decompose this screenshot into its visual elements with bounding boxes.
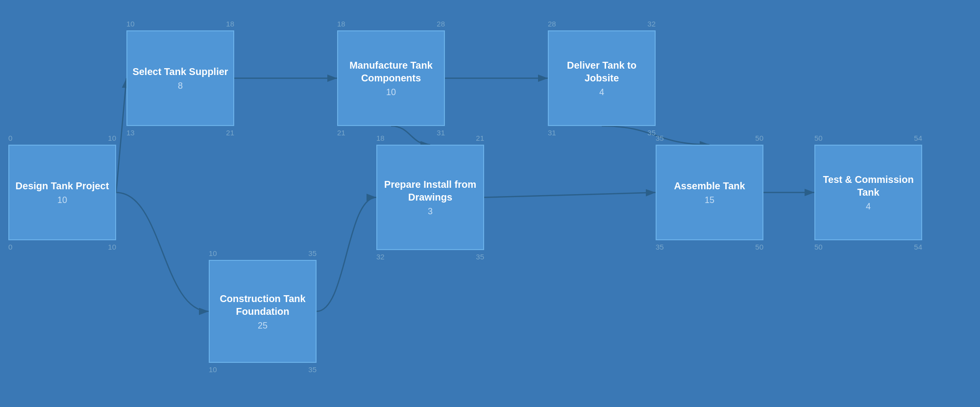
corner-corner-br-prepare-install: 35 [476, 253, 484, 261]
node-construction-foundation[interactable]: Construction Tank Foundation25 [209, 260, 317, 363]
node-wrapper-select-supplier: 10181321Select Tank Supplier8 [126, 30, 234, 126]
corner-corner-tr-design-tank: 10 [108, 134, 116, 142]
arrow-prepare-install-to-assemble-tank [484, 193, 656, 198]
node-duration-manufacture: 10 [386, 87, 396, 98]
node-test-commission[interactable]: Test & Commission Tank4 [814, 145, 922, 240]
corner-corner-bl-construction-foundation: 10 [209, 365, 217, 374]
arrow-design-tank-to-construction-foundation [116, 193, 209, 312]
corner-corner-bl-manufacture: 21 [337, 128, 345, 137]
corner-corner-br-test-commission: 54 [914, 243, 922, 251]
node-deliver[interactable]: Deliver Tank to Jobsite4 [548, 30, 656, 126]
node-duration-design-tank: 10 [57, 195, 67, 205]
corner-corner-tr-deliver: 32 [647, 20, 656, 28]
corner-corner-bl-test-commission: 50 [814, 243, 823, 251]
corner-corner-bl-assemble-tank: 35 [656, 243, 664, 251]
corner-corner-tr-assemble-tank: 50 [755, 134, 763, 142]
node-manufacture[interactable]: Manufacture Tank Components10 [337, 30, 445, 126]
corner-corner-bl-select-supplier: 13 [126, 128, 135, 137]
node-wrapper-design-tank: 010010Design Tank Project10 [8, 145, 116, 240]
node-title-manufacture: Manufacture Tank Components [343, 59, 439, 84]
corner-corner-tl-prepare-install: 18 [376, 134, 385, 142]
node-wrapper-prepare-install: 18213235Prepare Install from Drawings3 [376, 145, 484, 250]
node-select-supplier[interactable]: Select Tank Supplier8 [126, 30, 234, 126]
arrow-construction-foundation-to-prepare-install [317, 198, 376, 312]
corner-corner-br-assemble-tank: 50 [755, 243, 763, 251]
node-duration-select-supplier: 8 [178, 81, 183, 91]
diagram-container: 010010Design Tank Project1010181321Selec… [0, 0, 980, 407]
corner-corner-br-design-tank: 10 [108, 243, 116, 251]
node-title-deliver: Deliver Tank to Jobsite [554, 59, 650, 84]
corner-corner-br-manufacture: 31 [437, 128, 445, 137]
corner-corner-tl-design-tank: 0 [8, 134, 12, 142]
node-wrapper-construction-foundation: 10351035Construction Tank Foundation25 [209, 260, 317, 363]
node-wrapper-deliver: 28323135Deliver Tank to Jobsite4 [548, 30, 656, 126]
corner-corner-tl-construction-foundation: 10 [209, 249, 217, 257]
node-duration-deliver: 4 [599, 87, 604, 98]
corner-corner-br-construction-foundation: 35 [308, 365, 317, 374]
corner-corner-tr-test-commission: 54 [914, 134, 922, 142]
corner-corner-tl-select-supplier: 10 [126, 20, 135, 28]
node-title-design-tank: Design Tank Project [16, 179, 109, 192]
corner-corner-tr-construction-foundation: 35 [308, 249, 317, 257]
corner-corner-tl-test-commission: 50 [814, 134, 823, 142]
node-title-test-commission: Test & Commission Tank [820, 173, 916, 199]
corner-corner-tr-prepare-install: 21 [476, 134, 484, 142]
corner-corner-tl-deliver: 28 [548, 20, 556, 28]
node-assemble-tank[interactable]: Assemble Tank15 [656, 145, 763, 240]
node-duration-prepare-install: 3 [428, 206, 433, 217]
node-prepare-install[interactable]: Prepare Install from Drawings3 [376, 145, 484, 250]
node-title-select-supplier: Select Tank Supplier [132, 65, 228, 78]
node-duration-test-commission: 4 [866, 202, 871, 212]
corner-corner-tr-select-supplier: 18 [226, 20, 234, 28]
node-duration-assemble-tank: 15 [705, 195, 714, 205]
corner-corner-tl-assemble-tank: 35 [656, 134, 664, 142]
node-wrapper-manufacture: 18282131Manufacture Tank Components10 [337, 30, 445, 126]
node-wrapper-assemble-tank: 35503550Assemble Tank15 [656, 145, 763, 240]
corner-corner-bl-deliver: 31 [548, 128, 556, 137]
corner-corner-tl-manufacture: 18 [337, 20, 345, 28]
corner-corner-bl-prepare-install: 32 [376, 253, 385, 261]
corner-corner-br-deliver: 35 [647, 128, 656, 137]
node-duration-construction-foundation: 25 [258, 321, 268, 331]
arrow-design-tank-to-select-supplier [116, 78, 126, 193]
corner-corner-br-select-supplier: 21 [226, 128, 234, 137]
arrow-manufacture-to-prepare-install [391, 126, 430, 145]
node-title-assemble-tank: Assemble Tank [674, 179, 745, 192]
corner-corner-tr-manufacture: 28 [437, 20, 445, 28]
node-design-tank[interactable]: Design Tank Project10 [8, 145, 116, 240]
node-wrapper-test-commission: 50545054Test & Commission Tank4 [814, 145, 922, 240]
corner-corner-bl-design-tank: 0 [8, 243, 12, 251]
node-title-construction-foundation: Construction Tank Foundation [215, 292, 311, 318]
node-title-prepare-install: Prepare Install from Drawings [382, 178, 478, 204]
